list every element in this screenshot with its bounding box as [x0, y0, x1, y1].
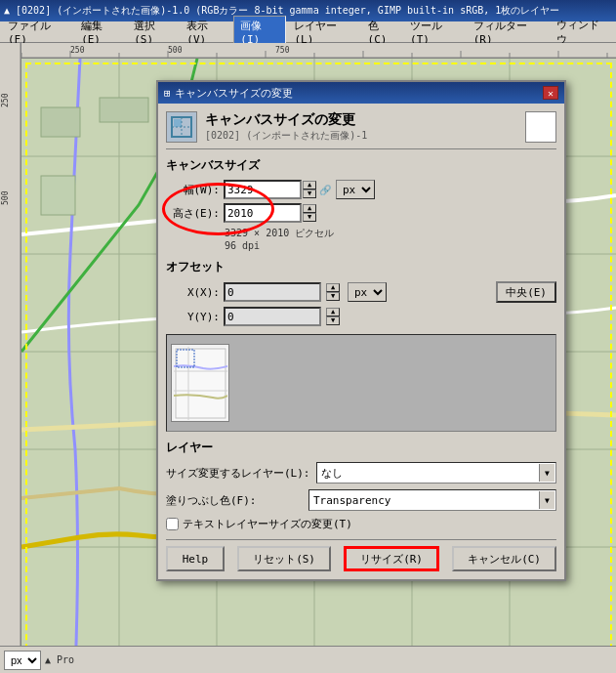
- dialog-button-row: Help リセット(S) リサイズ(R) キャンセル(C): [166, 539, 556, 571]
- dialog-title-label: キャンバスサイズの変更: [175, 86, 293, 101]
- dialog-subtitle: [0202] (インポートされた画像)-1: [205, 129, 367, 143]
- svg-rect-31: [41, 107, 80, 137]
- layer-section: レイヤー サイズ変更するレイヤー(L): なし ▼ 塗りつぶし色(F): Tra…: [166, 440, 556, 531]
- dialog-preview-small: [525, 111, 556, 143]
- dialog-close-button[interactable]: ✕: [543, 86, 558, 100]
- svg-rect-35: [174, 119, 182, 127]
- width-spinbox: ▲ ▼: [303, 181, 316, 198]
- resize-layer-row: サイズ変更するレイヤー(L): なし ▼: [166, 462, 556, 484]
- width-input[interactable]: [224, 180, 302, 199]
- svg-rect-33: [41, 176, 75, 215]
- offset-y-row: Y(Y): ▲ ▼: [166, 307, 556, 326]
- ruler-horizontal: 250 500 750: [21, 43, 616, 59]
- fill-color-row: 塗りつぶし色(F): Transparency ▼: [166, 489, 556, 511]
- height-spin-up[interactable]: ▲: [303, 204, 316, 213]
- unit-select-bottom[interactable]: px: [4, 651, 41, 670]
- height-label: 高さ(E):: [166, 206, 220, 221]
- svg-text:250: 250: [1, 93, 10, 107]
- reset-button[interactable]: リセット(S): [237, 546, 331, 571]
- offset-x-input[interactable]: [224, 282, 321, 302]
- dialog-title-text: ⊞ キャンバスサイズの変更: [164, 86, 293, 101]
- width-field-row: 幅(W): ▲ ▼ 🔗 px: [166, 180, 556, 199]
- offset-unit-dropdown[interactable]: px: [348, 282, 387, 302]
- svg-rect-38: [174, 347, 227, 420]
- bottom-info: ▲ Pro: [45, 654, 74, 665]
- menu-bar: ファイル(F) 編集(E) 選択(S) 表示(V) 画像(I) レイヤー(L) …: [0, 21, 616, 43]
- dialog-header-text: キャンバスサイズの変更 [0202] (インポートされた画像)-1: [205, 111, 367, 143]
- offset-x-spin-up[interactable]: ▲: [326, 283, 340, 292]
- offset-x-label: X(X):: [166, 286, 220, 299]
- pixel-size-info: 3329 × 2010 ピクセル 96 dpi: [225, 227, 556, 251]
- width-spin-down[interactable]: ▼: [303, 189, 316, 198]
- dialog-header: キャンバスサイズの変更 [0202] (インポートされた画像)-1: [166, 111, 556, 143]
- resize-button[interactable]: リサイズ(R): [344, 546, 439, 571]
- help-button[interactable]: Help: [166, 546, 225, 571]
- dialog-titlebar: ⊞ キャンバスサイズの変更 ✕: [158, 82, 564, 104]
- preview-thumbnail: [171, 344, 229, 422]
- divider-1: [166, 148, 556, 149]
- cancel-button[interactable]: キャンセル(C): [452, 546, 556, 571]
- height-spin-down[interactable]: ▼: [303, 213, 316, 222]
- offset-y-spinbox: ▲ ▼: [326, 308, 340, 325]
- svg-text:250: 250: [70, 46, 85, 55]
- fill-color-label: 塗りつぶし色(F):: [166, 493, 303, 508]
- width-spin-up[interactable]: ▲: [303, 181, 316, 189]
- offset-y-input[interactable]: [224, 307, 321, 326]
- resize-layer-select[interactable]: なし: [316, 462, 557, 484]
- canvas-size-dialog: ⊞ キャンバスサイズの変更 ✕ キャンバスサイズの変更 [0202] (インポー…: [156, 80, 566, 581]
- text-layer-label: テキストレイヤーサイズの変更(T): [183, 517, 352, 531]
- layer-section-title: レイヤー: [166, 440, 556, 456]
- resize-layer-dropdown-wrap: なし ▼: [316, 462, 557, 484]
- svg-text:500: 500: [1, 190, 10, 205]
- height-field-row: 高さ(E): ▲ ▼: [166, 203, 556, 223]
- fill-color-dropdown-wrap: Transparency ▼: [308, 489, 556, 511]
- offset-y-spin-up[interactable]: ▲: [326, 308, 340, 316]
- fill-color-select[interactable]: Transparency: [308, 489, 556, 511]
- width-input-wrap: ▲ ▼ 🔗: [224, 180, 332, 199]
- text-layer-checkbox-row: テキストレイヤーサイズの変更(T): [166, 517, 556, 531]
- offset-section-title: オフセット: [166, 259, 556, 275]
- height-spinbox: ▲ ▼: [303, 204, 316, 222]
- offset-y-spin-down[interactable]: ▼: [326, 316, 340, 325]
- offset-x-spin-down[interactable]: ▼: [326, 292, 340, 301]
- canvas-preview: [166, 334, 556, 432]
- unit-dropdown[interactable]: px: [336, 180, 375, 199]
- offset-x-row: X(X): ▲ ▼ px 中央(E): [166, 281, 556, 303]
- dialog-body: キャンバスサイズの変更 [0202] (インポートされた画像)-1 キャンバスサ…: [158, 104, 564, 579]
- dialog-header-icon: [166, 111, 197, 143]
- height-input[interactable]: [224, 203, 302, 223]
- svg-rect-32: [100, 98, 148, 122]
- offset-x-spinbox: ▲ ▼: [326, 283, 340, 301]
- center-button[interactable]: 中央(E): [496, 281, 556, 303]
- height-input-wrap: ▲ ▼: [224, 203, 316, 223]
- width-label: 幅(W):: [166, 183, 220, 197]
- canvas-size-section-title: キャンバスサイズ: [166, 157, 556, 174]
- dialog-icon: ⊞: [164, 87, 171, 100]
- offset-section: オフセット X(X): ▲ ▼ px 中央(E) Y(Y): ▲ ▼: [166, 259, 556, 326]
- resize-layer-label: サイズ変更するレイヤー(L):: [166, 466, 310, 481]
- offset-y-label: Y(Y):: [166, 311, 220, 323]
- ruler-vertical: 250 500: [0, 43, 21, 673]
- svg-text:500: 500: [168, 46, 183, 55]
- svg-text:750: 750: [275, 46, 290, 55]
- dialog-main-title: キャンバスサイズの変更: [205, 111, 367, 129]
- chain-icon: 🔗: [318, 185, 332, 195]
- bottom-bar: px ▲ Pro: [0, 646, 616, 673]
- text-layer-checkbox[interactable]: [166, 518, 179, 530]
